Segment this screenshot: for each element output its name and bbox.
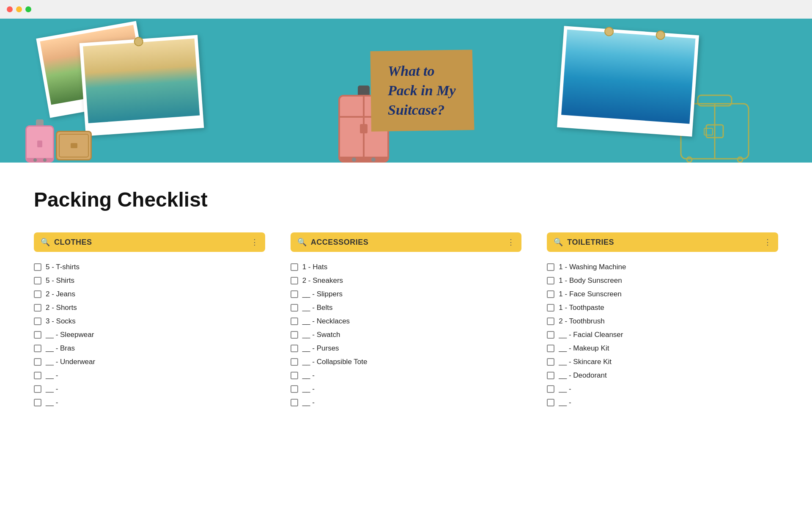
- item-text: __ - Collapsible Tote: [302, 358, 368, 366]
- checklist-checkbox[interactable]: [34, 331, 41, 339]
- checklist-checkbox[interactable]: [34, 385, 41, 393]
- checklist-checkbox[interactable]: [547, 385, 554, 393]
- item-text: __ - Facial Cleanser: [559, 331, 623, 339]
- checklist-checkbox[interactable]: [291, 345, 298, 352]
- item-text: __ - Underwear: [46, 358, 95, 366]
- checklist-checkbox[interactable]: [547, 318, 554, 325]
- category-menu-clothes[interactable]: ⋮: [251, 237, 258, 247]
- checklist-checkbox[interactable]: [547, 372, 554, 379]
- page-title: Packing Checklist: [34, 188, 778, 211]
- search-icon: 🔍: [297, 237, 307, 247]
- item-text: __ - Sleepwear: [46, 331, 94, 339]
- category-menu-accessories[interactable]: ⋮: [507, 237, 515, 247]
- item-text: 2 - Jeans: [46, 290, 75, 298]
- list-item: __ - Belts: [291, 301, 522, 315]
- checklist-checkbox[interactable]: [291, 263, 298, 271]
- item-text: __ - Necklaces: [302, 317, 350, 326]
- item-text: __ -: [559, 398, 571, 407]
- maximize-button[interactable]: [25, 6, 31, 12]
- list-item: 1 - Toothpaste: [547, 301, 778, 315]
- checklist-checkbox[interactable]: [291, 385, 298, 393]
- checklist-checkbox[interactable]: [34, 318, 41, 325]
- svg-point-4: [687, 157, 692, 162]
- item-text: __ -: [46, 398, 58, 407]
- checklist-checkbox[interactable]: [34, 263, 41, 271]
- item-text: 1 - Hats: [302, 263, 328, 271]
- photo-left: [80, 35, 204, 136]
- list-item: __ - Facial Cleanser: [547, 328, 778, 342]
- item-text: 5 - Shirts: [46, 276, 74, 285]
- column-toiletries: 🔍TOILETRIES⋮1 - Washing Machine1 - Body …: [547, 232, 778, 409]
- list-item: __ - Skincare Kit: [547, 355, 778, 369]
- item-text: __ - Belts: [302, 304, 333, 312]
- close-button[interactable]: [7, 6, 13, 12]
- item-text: __ -: [302, 398, 315, 407]
- checklist-checkbox[interactable]: [291, 358, 298, 366]
- category-header-clothes: 🔍CLOTHES⋮: [34, 232, 265, 252]
- checklist-checkbox[interactable]: [547, 290, 554, 298]
- photo-right: [557, 26, 699, 137]
- item-text: __ -: [46, 371, 58, 380]
- checklist-checkbox[interactable]: [547, 358, 554, 366]
- category-menu-toiletries[interactable]: ⋮: [764, 237, 771, 247]
- checklist-checkbox[interactable]: [547, 399, 554, 406]
- checklist-checkbox[interactable]: [547, 345, 554, 352]
- list-item: 3 - Socks: [34, 315, 265, 328]
- category-title-accessories: ACCESSORIES: [311, 238, 503, 247]
- list-item: __ -: [34, 396, 265, 409]
- hero-note: What toPack in MySuitcase?: [369, 50, 475, 132]
- checklist-checkbox[interactable]: [34, 290, 41, 298]
- checklist-checkbox[interactable]: [291, 331, 298, 339]
- item-text: 3 - Socks: [46, 317, 76, 326]
- item-text: 2 - Sneakers: [302, 276, 343, 285]
- list-item: __ - Underwear: [34, 355, 265, 369]
- list-item: 1 - Hats: [291, 260, 522, 274]
- list-item: 2 - Sneakers: [291, 274, 522, 287]
- checklist-checkbox[interactable]: [291, 318, 298, 325]
- list-item: __ -: [34, 382, 265, 396]
- item-text: 5 - T-shirts: [46, 263, 80, 271]
- category-title-clothes: CLOTHES: [54, 238, 247, 247]
- luggage-left: [25, 125, 92, 163]
- column-clothes: 🔍CLOTHES⋮5 - T-shirts5 - Shirts2 - Jeans…: [34, 232, 265, 409]
- checklist-checkbox[interactable]: [291, 304, 298, 312]
- list-item: __ - Bras: [34, 342, 265, 355]
- list-item: __ - Collapsible Tote: [291, 355, 522, 369]
- checklist-checkbox[interactable]: [547, 331, 554, 339]
- list-item: 2 - Toothbrush: [547, 315, 778, 328]
- checklist-checkbox[interactable]: [291, 399, 298, 406]
- checklist-checkbox[interactable]: [547, 263, 554, 271]
- item-text: __ - Swatch: [302, 331, 340, 339]
- item-text: 2 - Shorts: [46, 304, 77, 312]
- minimize-button[interactable]: [16, 6, 22, 12]
- list-item: 1 - Washing Machine: [547, 260, 778, 274]
- item-text: __ - Purses: [302, 344, 339, 353]
- checklist-checkbox[interactable]: [291, 277, 298, 284]
- item-text: 1 - Washing Machine: [559, 263, 626, 271]
- category-header-accessories: 🔍ACCESSORIES⋮: [291, 232, 522, 252]
- list-item: __ -: [291, 369, 522, 382]
- list-item: __ -: [291, 396, 522, 409]
- search-icon: 🔍: [41, 237, 50, 247]
- main-content: Packing Checklist 🔍CLOTHES⋮5 - T-shirts5…: [0, 163, 812, 443]
- svg-point-5: [738, 157, 743, 162]
- checklist-checkbox[interactable]: [547, 304, 554, 312]
- checklist-checkbox[interactable]: [291, 290, 298, 298]
- checklist-columns: 🔍CLOTHES⋮5 - T-shirts5 - Shirts2 - Jeans…: [34, 232, 778, 409]
- checklist-checkbox[interactable]: [291, 372, 298, 379]
- checklist-checkbox[interactable]: [547, 277, 554, 284]
- item-text: 1 - Toothpaste: [559, 304, 604, 312]
- checklist-checkbox[interactable]: [34, 277, 41, 284]
- checklist-checkbox[interactable]: [34, 304, 41, 312]
- checklist-checkbox[interactable]: [34, 358, 41, 366]
- item-text: __ - Makeup Kit: [559, 344, 609, 353]
- list-item: __ -: [547, 382, 778, 396]
- checklist-checkbox[interactable]: [34, 372, 41, 379]
- checklist-checkbox[interactable]: [34, 399, 41, 406]
- item-text: __ - Deodorant: [559, 371, 606, 380]
- column-accessories: 🔍ACCESSORIES⋮1 - Hats2 - Sneakers__ - Sl…: [291, 232, 522, 409]
- item-text: __ - Bras: [46, 344, 75, 353]
- checklist-checkbox[interactable]: [34, 345, 41, 352]
- list-item: __ - Sleepwear: [34, 328, 265, 342]
- hero-banner: What toPack in MySuitcase?: [0, 19, 812, 163]
